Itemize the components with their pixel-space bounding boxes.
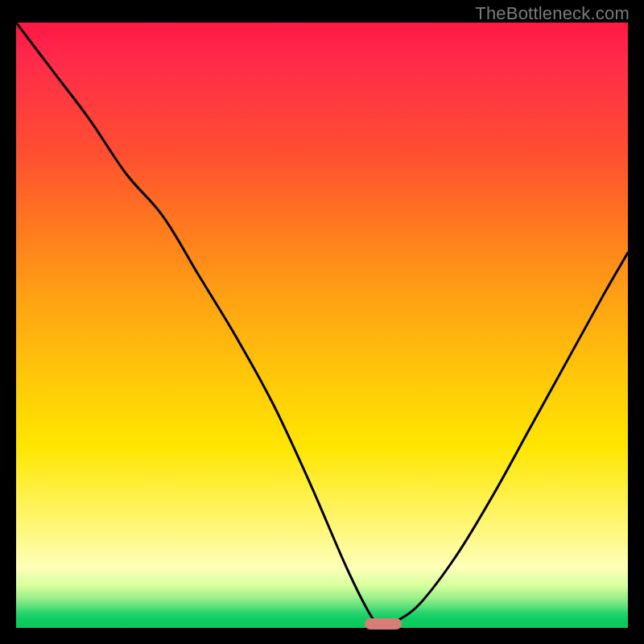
watermark-text: TheBottleneck.com: [475, 3, 630, 24]
chart-frame: TheBottleneck.com: [0, 0, 644, 644]
minimum-marker: [365, 618, 402, 630]
plot-area: [16, 23, 628, 628]
bottleneck-curve: [16, 23, 628, 628]
